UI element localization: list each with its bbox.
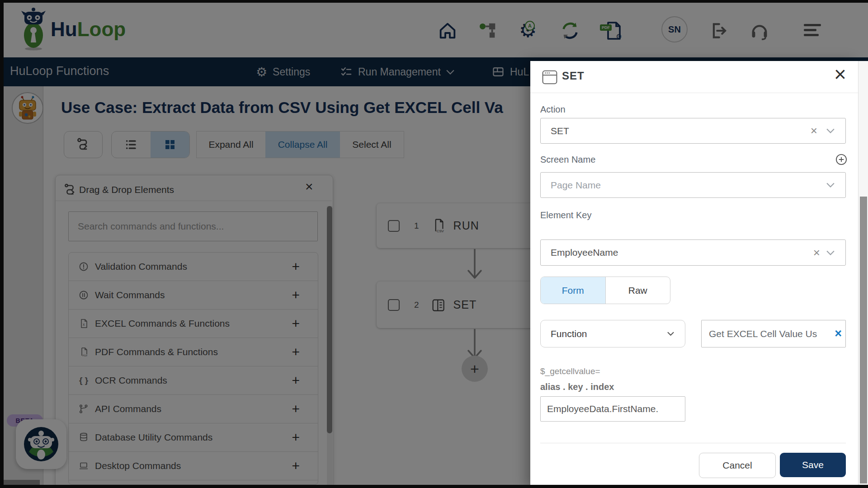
huloop-robot-icon [19, 6, 48, 52]
brand-loop: Loop [77, 18, 126, 41]
logout-icon[interactable] [708, 20, 729, 42]
add-icon[interactable]: + [292, 316, 300, 331]
flow-view-button[interactable] [64, 131, 103, 158]
category-row-database[interactable]: Database Utility Commands + [69, 423, 318, 452]
home-icon[interactable] [437, 20, 458, 42]
table-icon [492, 66, 505, 78]
category-label: Validation Commands [95, 261, 187, 272]
node-run[interactable]: 1 CSV RUN [377, 203, 536, 248]
add-icon[interactable]: + [292, 401, 300, 417]
user-initials: SN [668, 24, 681, 35]
add-screen-icon[interactable] [835, 153, 848, 166]
search-input[interactable] [68, 211, 318, 241]
assistant-avatar[interactable] [12, 92, 43, 124]
grid-view-button[interactable] [151, 131, 189, 158]
clear-icon[interactable]: × [811, 124, 817, 138]
svg-text:CSV: CSV [436, 229, 444, 233]
drawer-title: SET [562, 70, 585, 82]
expand-all-button[interactable]: Expand All [197, 131, 265, 158]
window-icon [541, 69, 558, 86]
add-icon[interactable]: + [292, 373, 300, 388]
add-icon[interactable]: + [292, 287, 300, 303]
add-icon[interactable]: + [292, 458, 300, 474]
screen-name-label: Screen Name [540, 155, 595, 165]
huloop-logo[interactable] [19, 6, 48, 52]
category-label: Database Utility Commands [95, 432, 212, 443]
branch-icon [78, 404, 90, 414]
subnav-title: HuLoop Functions [10, 64, 109, 78]
assign-key-text: alias . key . index [540, 382, 614, 392]
chevron-down-icon [826, 128, 835, 133]
action-value: SET [551, 126, 569, 136]
drag-drop-panel: Drag & Drop Elements × Validation Comman… [55, 175, 333, 485]
huloop-partial-menu[interactable]: HuL [492, 57, 529, 86]
category-row-pdf[interactable]: PDF PDF Commands & Functions + [69, 338, 318, 366]
command-category-list: Validation Commands + Wait Commands + x … [68, 252, 318, 485]
close-icon[interactable]: × [305, 179, 313, 194]
menu-icon[interactable] [804, 20, 824, 43]
cancel-button[interactable]: Cancel [699, 453, 776, 478]
flow-icon [75, 137, 91, 152]
node-label: RUN [453, 219, 479, 232]
list-view-button[interactable] [112, 131, 151, 158]
clear-icon[interactable]: × [813, 246, 820, 260]
chevron-down-icon [826, 183, 835, 188]
pdf-file-icon: PDF [78, 347, 90, 357]
node-set[interactable]: 2 SET [377, 282, 536, 328]
huloop-partial-label: HuL [510, 66, 529, 78]
category-row-desktop[interactable]: Desktop Commands + [69, 452, 318, 480]
settings-gear-icon: ⚙ [256, 65, 267, 80]
panel-scrollbar [327, 206, 332, 485]
node-checkbox[interactable] [388, 220, 400, 232]
element-key-value: EmployeeName [551, 247, 618, 258]
run-management-menu[interactable]: Run Management [340, 57, 454, 86]
save-button[interactable]: Save [780, 453, 846, 477]
tab-form[interactable]: Form [541, 277, 605, 304]
connector-arrow [465, 249, 485, 282]
add-icon[interactable]: + [292, 430, 300, 445]
select-all-button[interactable]: Select All [340, 131, 404, 158]
add-node-button[interactable]: + [462, 356, 488, 382]
set-properties-drawer: SET × Action SET × Screen Name Page Name… [530, 61, 858, 488]
ai-gear-icon[interactable]: ⚙ A [518, 20, 540, 42]
category-label: EXCEL Commands & Functions [95, 318, 230, 329]
tab-raw[interactable]: Raw [605, 277, 670, 304]
function-select[interactable]: Function [540, 320, 685, 347]
settings-menu[interactable]: ⚙ Settings [256, 57, 310, 86]
category-row-validation[interactable]: Validation Commands + [69, 253, 318, 281]
pdf-badge: PDF [600, 24, 612, 31]
assign-value-input[interactable] [540, 396, 685, 422]
category-row-excel[interactable]: x EXCEL Commands & Functions + [69, 310, 318, 338]
node-checkbox[interactable] [388, 299, 400, 311]
add-icon[interactable]: + [292, 259, 300, 274]
settings-label: Settings [273, 66, 310, 78]
headset-icon[interactable] [749, 20, 770, 42]
element-key-select[interactable]: EmployeeName × [540, 239, 846, 266]
category-row-api[interactable]: API Commands + [69, 395, 318, 423]
add-icon[interactable]: + [292, 344, 300, 360]
braces-icon: { } [78, 375, 90, 385]
top-navbar: HuLoop ⚙ A [0, 3, 868, 57]
list-view-icon [124, 137, 138, 152]
sync-icon[interactable] [559, 20, 581, 42]
category-row-wait[interactable]: Wait Commands + [69, 281, 318, 310]
assign-variable-text: $_getcellvalue= [540, 366, 600, 376]
close-icon[interactable]: × [834, 62, 846, 86]
wait-icon [78, 290, 90, 300]
brand-wordmark[interactable]: HuLoop [51, 18, 126, 41]
page-scrollbar-thumb[interactable] [860, 197, 867, 483]
panel-scrollbar-thumb[interactable] [327, 206, 332, 433]
pdf-gear-icon[interactable]: PDF ⚙ [602, 20, 623, 42]
category-label: Wait Commands [95, 290, 165, 300]
workflow-icon[interactable] [477, 20, 499, 42]
category-row-ocr[interactable]: { } OCR Commands + [69, 366, 318, 395]
brand-hu: Hu [51, 18, 77, 41]
user-avatar[interactable]: SN [661, 16, 688, 42]
action-select[interactable]: SET × [540, 118, 846, 144]
collapse-all-button[interactable]: Collapse All [265, 131, 340, 158]
csv-file-icon: CSV [431, 218, 445, 234]
screen-name-select[interactable]: Page Name [540, 172, 846, 198]
clear-function-icon[interactable]: × [835, 327, 842, 341]
function-value-field[interactable]: Get EXCEL Cell Value Us × [701, 320, 846, 347]
assistant-launcher[interactable] [16, 419, 66, 469]
